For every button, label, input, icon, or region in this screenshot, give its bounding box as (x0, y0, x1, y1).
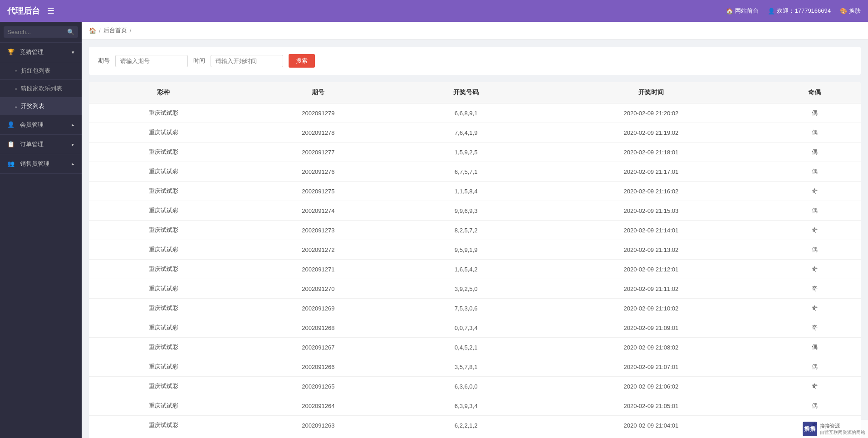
sidebar-item-hongbao-list[interactable]: ○ 折红包列表 (0, 62, 82, 80)
dot-icon: ○ (15, 69, 17, 74)
home-breadcrumb-icon: 🏠 (89, 27, 96, 34)
watermark-logo: 撸撸 (803, 422, 817, 436)
cell-odd-even: 偶 (769, 143, 861, 162)
period-label: 期号 (98, 57, 110, 65)
table-row: 重庆试试彩 2002091266 3,5,7,8,1 2020-02-09 21… (89, 357, 861, 377)
cell-type: 重庆试试彩 (89, 103, 238, 123)
sidebar-item-member-mgmt[interactable]: 👤 会员管理 ▸ (0, 115, 82, 135)
period-input[interactable] (115, 55, 188, 67)
cell-code: 8,2,5,7,2 (398, 221, 534, 240)
cell-code: 0,4,5,2,1 (398, 338, 534, 357)
cell-time: 2020-02-09 21:15:03 (534, 201, 768, 221)
cell-odd-even: 奇 (769, 279, 861, 299)
cell-time: 2020-02-09 21:16:02 (534, 182, 768, 201)
cell-odd-even: 奇 (769, 182, 861, 201)
cell-period: 2002091279 (238, 103, 398, 123)
sidebar-item-guess-list[interactable]: ○ 猜囧家欢乐列表 (0, 80, 82, 98)
table-row: 重庆试试彩 2002091267 0,4,5,2,1 2020-02-09 21… (89, 338, 861, 357)
sidebar: 🔍 🏆 竞猜管理 ▾ ○ 折红包列表 ○ 猜囧家欢乐列表 (0, 22, 82, 438)
content-area: 期号 时间 搜索 彩种 期号 开奖号码 开奖时间 奇偶 (82, 39, 868, 438)
cell-code: 1,1,5,8,4 (398, 182, 534, 201)
cell-type: 重庆试试彩 (89, 201, 238, 221)
table-row: 重庆试试彩 2002091274 9,9,6,9,3 2020-02-09 21… (89, 201, 861, 221)
cell-period: 2002091267 (238, 338, 398, 357)
sidebar-item-draw-list[interactable]: ○ 开奖列表 (0, 98, 82, 115)
search-input[interactable] (7, 29, 67, 35)
cell-odd-even: 偶 (769, 162, 861, 182)
cell-type: 重庆试试彩 (89, 416, 238, 435)
site-title: 代理后台 (7, 5, 40, 16)
welcome-link[interactable]: 👤 欢迎：17779166694 (768, 7, 831, 15)
time-input[interactable] (211, 55, 283, 67)
data-table-wrap: 彩种 期号 开奖号码 开奖时间 奇偶 重庆试试彩 2002091279 6,6,… (89, 82, 861, 438)
time-label: 时间 (193, 57, 205, 65)
cell-odd-even: 偶 (769, 357, 861, 377)
chevron-down-icon: ▸ (72, 142, 74, 148)
cell-type: 重庆试试彩 (89, 299, 238, 318)
cell-odd-even: 奇 (769, 377, 861, 396)
col-time: 开奖时间 (534, 82, 768, 103)
breadcrumb: 🏠 / 后台首页 / (82, 22, 868, 39)
cell-code: 7,5,3,0,6 (398, 299, 534, 318)
cell-period: 2002091265 (238, 377, 398, 396)
cell-odd-even: 偶 (769, 123, 861, 143)
cell-odd-even: 偶 (769, 103, 861, 123)
table-row: 重庆试试彩 2002091277 1,5,9,2,5 2020-02-09 21… (89, 143, 861, 162)
cell-code: 1,5,9,2,5 (398, 143, 534, 162)
table-row: 重庆试试彩 2002091278 7,6,4,1,9 2020-02-09 21… (89, 123, 861, 143)
hamburger-icon[interactable]: ☰ (47, 6, 54, 16)
skin-button[interactable]: 🎨 换肤 (840, 7, 861, 15)
cell-type: 重庆试试彩 (89, 162, 238, 182)
filter-bar: 期号 时间 搜索 (89, 47, 861, 75)
table-row: 重庆试试彩 2002091263 6,2,2,1,2 2020-02-09 21… (89, 416, 861, 435)
cell-time: 2020-02-09 21:03:02 (534, 435, 768, 438)
sidebar-item-order-mgmt[interactable]: 📋 订单管理 ▸ (0, 135, 82, 154)
cell-time: 2020-02-09 21:09:01 (534, 318, 768, 338)
breadcrumb-current: 后台首页 (103, 26, 127, 34)
sidebar-menu: 🏆 竞猜管理 ▾ ○ 折红包列表 ○ 猜囧家欢乐列表 ○ 开奖列表 (0, 43, 82, 438)
sidebar-item-competition-mgmt[interactable]: 🏆 竞猜管理 ▾ (0, 43, 82, 62)
table-row: 重庆试试彩 2002091269 7,5,3,0,6 2020-02-09 21… (89, 299, 861, 318)
cell-type: 重庆试试彩 (89, 396, 238, 416)
cell-time: 2020-02-09 21:11:02 (534, 279, 768, 299)
watermark: 撸撸 撸撸资源 自营互联网资源的网站 (800, 420, 868, 438)
cell-period: 2002091263 (238, 416, 398, 435)
cell-type: 重庆试试彩 (89, 182, 238, 201)
cell-time: 2020-02-09 21:14:01 (534, 221, 768, 240)
salesman-icon: 👥 (7, 160, 15, 167)
table-row: 重庆试试彩 2002091276 6,7,5,7,1 2020-02-09 21… (89, 162, 861, 182)
table-row: 重庆试试彩 2002091272 9,5,9,1,9 2020-02-09 21… (89, 240, 861, 260)
breadcrumb-separator: / (99, 27, 101, 34)
col-code: 开奖号码 (398, 82, 534, 103)
cell-period: 2002091278 (238, 123, 398, 143)
table-row: 重庆试试彩 2002091268 0,0,7,3,4 2020-02-09 21… (89, 318, 861, 338)
cell-code: 6,3,9,3,4 (398, 396, 534, 416)
cell-time: 2020-02-09 21:10:02 (534, 299, 768, 318)
trophy-icon: 🏆 (7, 49, 15, 55)
cell-type: 重庆试试彩 (89, 123, 238, 143)
table-row: 重庆试试彩 2002091273 8,2,5,7,2 2020-02-09 21… (89, 221, 861, 240)
search-icon: 🔍 (67, 29, 74, 35)
cell-period: 2002091269 (238, 299, 398, 318)
cell-type: 重庆试试彩 (89, 260, 238, 279)
cell-type: 重庆试试彩 (89, 377, 238, 396)
dot-icon: ○ (15, 104, 17, 109)
cell-time: 2020-02-09 21:06:02 (534, 377, 768, 396)
chevron-down-icon: ▸ (72, 161, 74, 167)
col-type: 彩种 (89, 82, 238, 103)
cell-type: 重庆试试彩 (89, 221, 238, 240)
sidebar-search-area: 🔍 (0, 22, 82, 43)
skin-icon: 🎨 (840, 8, 847, 15)
sidebar-item-salesman-mgmt[interactable]: 👥 销售员管理 ▸ (0, 154, 82, 174)
cell-time: 2020-02-09 21:20:02 (534, 103, 768, 123)
table-row: 重庆试试彩 2002091264 6,3,9,3,4 2020-02-09 21… (89, 396, 861, 416)
search-input-wrapper[interactable]: 🔍 (4, 26, 78, 38)
search-button[interactable]: 搜索 (289, 54, 315, 68)
cell-type: 重庆试试彩 (89, 357, 238, 377)
cell-time: 2020-02-09 21:18:01 (534, 143, 768, 162)
dot-icon: ○ (15, 86, 17, 91)
website-link[interactable]: 🏠 网站前台 (726, 7, 759, 15)
cell-time: 2020-02-09 21:07:01 (534, 357, 768, 377)
table-row: 重庆试试彩 2002091270 3,9,2,5,0 2020-02-09 21… (89, 279, 861, 299)
cell-period: 2002091266 (238, 357, 398, 377)
